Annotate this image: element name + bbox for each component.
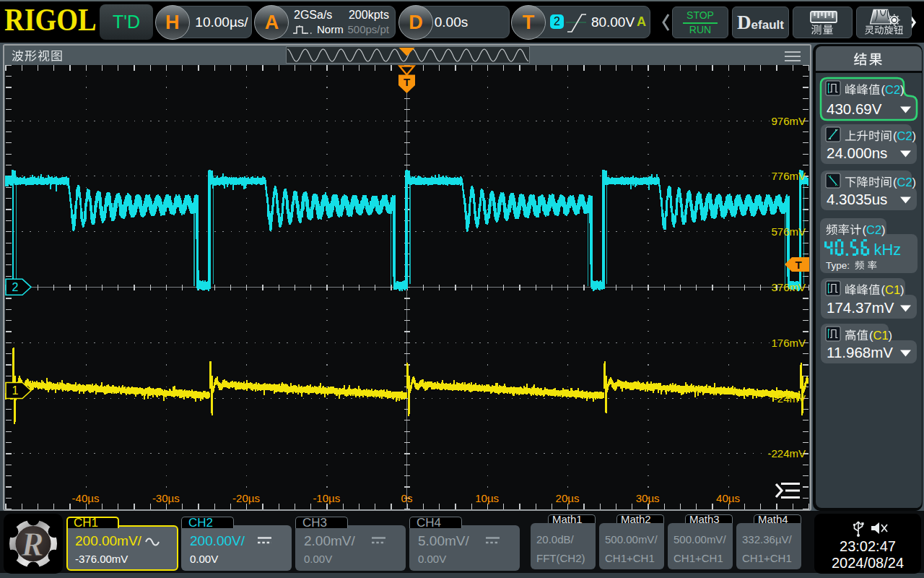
svg-text:1: 1	[12, 384, 19, 397]
svg-text:-40µs: -40µs	[72, 492, 100, 504]
svg-text:R: R	[21, 526, 44, 563]
svg-text:11.968mV: 11.968mV	[827, 344, 893, 361]
svg-text:376mV: 376mV	[771, 281, 806, 293]
svg-text:4.3035us: 4.3035us	[827, 191, 887, 207]
svg-text:(C1): (C1)	[869, 329, 892, 342]
svg-text:976mV: 976mV	[771, 115, 806, 127]
svg-text:(C1): (C1)	[881, 283, 905, 296]
svg-text:T: T	[404, 76, 410, 88]
svg-text:(C2): (C2)	[881, 83, 905, 96]
svg-text:20µs: 20µs	[556, 492, 580, 504]
svg-text:10µs: 10µs	[475, 492, 499, 504]
svg-text:-224mV: -224mV	[767, 447, 806, 460]
svg-text:776mV: 776mV	[771, 170, 806, 182]
svg-text:-10µs: -10µs	[313, 492, 340, 504]
svg-text:-30µs: -30µs	[152, 492, 180, 504]
svg-text:176mV: 176mV	[771, 337, 806, 349]
svg-text:(C2): (C2)	[893, 176, 916, 189]
svg-text:-20µs: -20µs	[232, 492, 260, 504]
svg-text:30µs: 30µs	[636, 492, 660, 504]
svg-text:(C2): (C2)	[893, 129, 916, 142]
svg-text:40µs: 40µs	[716, 492, 740, 504]
svg-text:430.69V: 430.69V	[827, 100, 882, 117]
svg-text:576mV: 576mV	[771, 225, 806, 238]
svg-text:T: T	[795, 259, 801, 271]
svg-text:2: 2	[12, 281, 19, 293]
svg-text:kHz: kHz	[873, 241, 901, 259]
svg-text:174.37mV: 174.37mV	[827, 299, 894, 316]
svg-text:(C2): (C2)	[863, 223, 886, 236]
svg-text:24.000ns: 24.000ns	[827, 144, 887, 161]
svg-text:0s: 0s	[401, 492, 413, 504]
svg-text:-24mV: -24mV	[774, 392, 806, 405]
svg-text:Type:: Type:	[826, 260, 850, 271]
